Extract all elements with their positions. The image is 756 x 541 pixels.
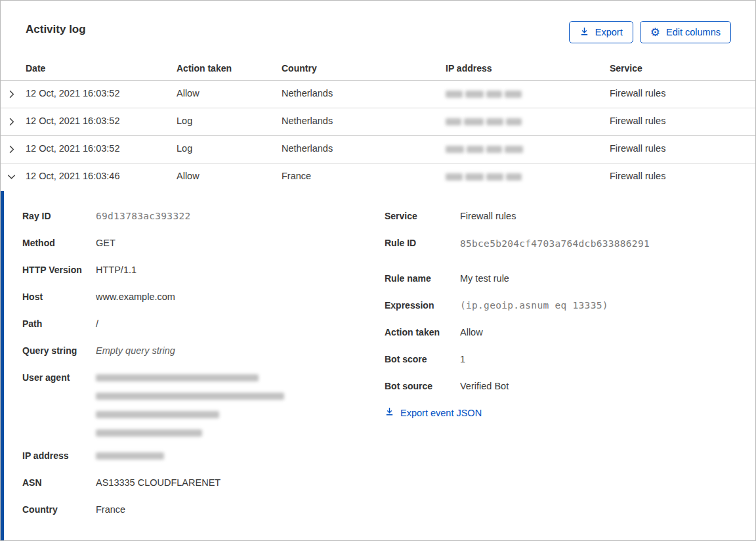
detail-label: Country — [22, 502, 96, 517]
detail-label: HTTP Version — [22, 262, 96, 278]
export-button-label: Export — [595, 27, 623, 37]
detail-row-expression: Expression (ip.geoip.asnum eq 13335) — [385, 297, 742, 313]
detail-label: Bot source — [385, 378, 460, 394]
event-detail-panel: Ray ID 69d13783ac393322 Method GET HTTP … — [1, 191, 755, 540]
download-icon — [579, 26, 589, 38]
detail-label: User agent — [22, 370, 96, 437]
detail-label: Bot score — [385, 351, 460, 367]
table-row[interactable]: 12 Oct, 2021 16:03:52 Allow Netherlands … — [1, 81, 755, 108]
row-action: Allow — [177, 88, 200, 98]
detail-row-service: Service Firewall rules — [385, 208, 742, 224]
table-header-row: Date Action taken Country IP address Ser… — [1, 60, 755, 81]
column-header-country: Country — [282, 63, 317, 74]
detail-row-query-string: Query string Empty query string — [22, 343, 350, 358]
column-header-ip: IP address — [446, 63, 492, 74]
page-title: Activity log — [26, 23, 86, 36]
row-action: Log — [177, 143, 192, 154]
chevron-right-icon[interactable] — [7, 117, 17, 127]
export-event-json-label: Export event JSON — [400, 405, 482, 421]
detail-column-left: Ray ID 69d13783ac393322 Method GET HTTP … — [22, 208, 350, 529]
detail-row-http-version: HTTP Version HTTP/1.1 — [22, 262, 350, 278]
detail-value: Empty query string — [96, 343, 175, 358]
detail-label: Rule name — [385, 270, 460, 286]
column-header-date: Date — [26, 63, 45, 74]
gear-icon: ⚙ — [650, 27, 660, 38]
row-country: Netherlands — [282, 88, 333, 98]
detail-label: Query string — [22, 343, 96, 358]
export-button[interactable]: Export — [569, 21, 633, 43]
detail-value: (ip.geoip.asnum eq 13335) — [460, 297, 608, 313]
row-ip-redacted — [446, 146, 523, 153]
detail-label: Ray ID — [22, 208, 96, 224]
detail-value-redacted — [96, 448, 164, 464]
detail-value: HTTP/1.1 — [96, 262, 136, 278]
detail-value: www.example.com — [96, 289, 175, 305]
detail-row-ip-address: IP address — [22, 448, 350, 464]
column-header-action: Action taken — [177, 63, 232, 74]
row-date: 12 Oct, 2021 16:03:52 — [26, 143, 120, 154]
row-country: France — [282, 171, 311, 181]
detail-label: Rule ID — [385, 235, 460, 252]
column-header-service: Service — [610, 63, 642, 74]
detail-label: Host — [22, 289, 96, 305]
table-row-expanded[interactable]: 12 Oct, 2021 16:03:46 Allow France Firew… — [1, 163, 755, 191]
chevron-down-icon[interactable] — [7, 172, 17, 183]
detail-label: Action taken — [385, 324, 460, 340]
edit-columns-button-label: Edit columns — [666, 27, 721, 37]
detail-label: Method — [22, 235, 96, 251]
table-row[interactable]: 12 Oct, 2021 16:03:52 Log Netherlands Fi… — [1, 108, 755, 136]
detail-value: Allow — [460, 324, 483, 340]
detail-row-asn: ASN AS13335 CLOUDFLARENET — [22, 475, 350, 490]
row-service: Firewall rules — [610, 116, 665, 126]
detail-value: 69d13783ac393322 — [96, 208, 190, 224]
activity-log-panel: Activity log Export ⚙ Edit columns Date … — [0, 0, 756, 541]
detail-row-action-taken: Action taken Allow — [385, 324, 742, 340]
detail-column-right: Service Firewall rules Rule ID 85bce5b20… — [385, 208, 742, 421]
row-date: 12 Oct, 2021 16:03:52 — [26, 116, 120, 126]
detail-value: AS13335 CLOUDFLARENET — [96, 475, 220, 490]
detail-row-bot-source: Bot source Verified Bot — [385, 378, 742, 394]
row-country: Netherlands — [282, 116, 333, 126]
row-country: Netherlands — [282, 143, 333, 154]
row-date: 12 Oct, 2021 16:03:52 — [26, 88, 120, 98]
header: Activity log Export ⚙ Edit columns — [1, 1, 755, 60]
detail-value-redacted — [96, 370, 284, 437]
row-service: Firewall rules — [610, 88, 665, 98]
export-event-json-link[interactable]: Export event JSON — [385, 405, 742, 421]
detail-label: Expression — [385, 297, 460, 313]
row-date: 12 Oct, 2021 16:03:46 — [26, 171, 120, 181]
row-ip-redacted — [446, 91, 522, 98]
detail-value: Verified Bot — [460, 378, 509, 394]
table-row[interactable]: 12 Oct, 2021 16:03:52 Log Netherlands Fi… — [1, 136, 755, 163]
edit-columns-button[interactable]: ⚙ Edit columns — [640, 21, 731, 43]
detail-value: 85bce5b204cf4703a764dcb633886291 — [460, 235, 657, 252]
detail-label: IP address — [22, 448, 96, 464]
detail-row-host: Host www.example.com — [22, 289, 350, 305]
detail-value: Firewall rules — [460, 208, 516, 224]
detail-row-method: Method GET — [22, 235, 350, 251]
detail-value: My test rule — [460, 270, 509, 286]
detail-label: ASN — [22, 475, 96, 490]
detail-label: Path — [22, 316, 96, 332]
row-action: Log — [177, 116, 192, 126]
toolbar: Export ⚙ Edit columns — [569, 21, 731, 43]
row-action: Allow — [177, 171, 200, 181]
detail-row-country: Country France — [22, 502, 350, 517]
detail-value: 1 — [460, 351, 465, 367]
detail-value: France — [96, 502, 125, 517]
row-ip-redacted — [446, 118, 522, 125]
detail-value: / — [96, 316, 98, 332]
row-service: Firewall rules — [610, 171, 665, 181]
chevron-right-icon[interactable] — [7, 144, 17, 155]
detail-row-user-agent: User agent — [22, 370, 350, 437]
detail-row-bot-score: Bot score 1 — [385, 351, 742, 367]
detail-row-path: Path / — [22, 316, 350, 332]
detail-row-rule-id: Rule ID 85bce5b204cf4703a764dcb633886291 — [385, 235, 742, 252]
detail-value: GET — [96, 235, 116, 251]
download-icon — [385, 405, 394, 421]
detail-row-rule-name: Rule name My test rule — [385, 270, 742, 286]
row-service: Firewall rules — [610, 143, 665, 154]
detail-row-ray-id: Ray ID 69d13783ac393322 — [22, 208, 350, 224]
chevron-right-icon[interactable] — [7, 89, 17, 100]
detail-label: Service — [385, 208, 460, 224]
